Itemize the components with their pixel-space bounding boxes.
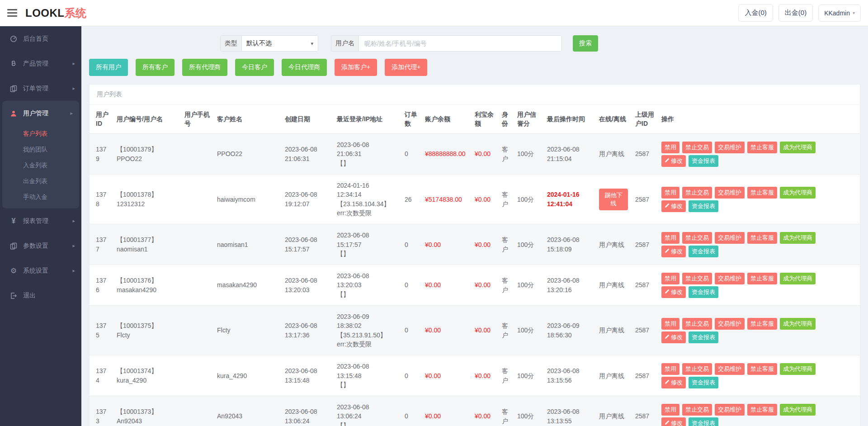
dashboard-icon (9, 35, 18, 43)
sidebar-subitem-withdraw-list[interactable]: 出金列表 (2, 173, 79, 189)
sidebar-item-users[interactable]: 用户管理▸ (2, 101, 79, 126)
forbid-trade-button[interactable]: 禁止交易 (682, 187, 712, 199)
pencil-icon (665, 157, 670, 164)
all-users-button[interactable]: 所有用户 (89, 59, 128, 76)
forbid-trade-button[interactable]: 禁止交易 (682, 318, 712, 330)
balance-cell: ¥0.00 (421, 355, 471, 396)
user-list-panel: 用户列表 用户ID用户编号/用户名用户手机号客户姓名创建日期最近登录/IP地址订… (89, 84, 860, 426)
make-agent-button[interactable]: 成为代理商 (780, 404, 816, 416)
forbid-trade-button[interactable]: 禁止交易 (682, 273, 712, 284)
today-customers-button[interactable]: 今日客户 (235, 59, 274, 76)
trade-maintenance-button[interactable]: 交易维护 (715, 142, 745, 153)
funds-report-button[interactable]: 资金报表 (689, 377, 718, 388)
disable-button[interactable]: 禁用 (661, 404, 679, 416)
balance-cell: ¥88888888.00 (421, 134, 471, 175)
online-status-cell: 踢他下线 (595, 175, 632, 224)
trade-maintenance-button[interactable]: 交易维护 (715, 404, 745, 416)
edit-button[interactable]: 修改 (661, 286, 686, 298)
chevron-down-icon: ▾ (853, 10, 855, 15)
withdraw-count-button[interactable]: 出金(0) (778, 4, 813, 22)
search-button[interactable]: 搜索 (573, 35, 598, 52)
forbid-service-button[interactable]: 禁止客服 (747, 142, 777, 153)
edit-button[interactable]: 修改 (661, 417, 686, 426)
edit-button[interactable]: 修改 (661, 377, 686, 388)
created-cell: 2023-06-0813:20:03 (281, 265, 333, 306)
sidebar-item-dashboard[interactable]: 后台首页 (0, 26, 81, 51)
sidebar-item-label: 产品管理 (23, 60, 48, 68)
sidebar-subitem-customer-list[interactable]: 客户列表 (2, 126, 79, 142)
sidebar-subitem-manual-deposit[interactable]: 手动入金 (2, 189, 79, 205)
column-header: 用户ID (90, 105, 113, 134)
identity-cell: 客户 (498, 396, 514, 426)
disable-button[interactable]: 禁用 (661, 232, 679, 244)
trade-maintenance-button[interactable]: 交易维护 (715, 187, 745, 199)
forbid-service-button[interactable]: 禁止客服 (747, 363, 777, 375)
trade-maintenance-button[interactable]: 交易维护 (715, 232, 745, 244)
forbid-service-button[interactable]: 禁止客服 (747, 232, 777, 244)
edit-button[interactable]: 修改 (661, 331, 686, 343)
sidebar-item-orders[interactable]: 订单管理▸ (0, 76, 81, 101)
account-dropdown[interactable]: KKadmin ▾ (818, 5, 861, 22)
actions-line-1: 禁用禁止交易交易维护禁止客服成为代理商 (661, 272, 856, 285)
sidebar-item-reports[interactable]: ¥报表管理▸ (0, 208, 81, 233)
actions-line-2: 修改资金报表 (661, 245, 856, 258)
edit-button[interactable]: 修改 (661, 155, 686, 167)
sidebar-item-products[interactable]: 产品管理▸ (0, 51, 81, 76)
forbid-service-button[interactable]: 禁止客服 (747, 318, 777, 330)
actions-line-2: 修改资金报表 (661, 154, 856, 168)
treasure-cell: ¥0.00 (471, 355, 498, 396)
make-agent-button[interactable]: 成为代理商 (780, 273, 816, 284)
disable-button[interactable]: 禁用 (661, 318, 679, 330)
sidebar-subitem-my-team[interactable]: 我的团队 (2, 142, 79, 157)
actions-cell: 禁用禁止交易交易维护禁止客服成为代理商修改资金报表 (658, 355, 860, 396)
type-select[interactable]: 默认不选 ▾ (242, 36, 318, 51)
user-code-cell: 【10001377】naomisan1 (113, 224, 181, 265)
created-cell: 2023-06-0819:12:07 (281, 175, 333, 224)
column-header: 账户余额 (421, 105, 471, 134)
add-customer-button[interactable]: 添加客户+ (335, 59, 377, 76)
disable-button[interactable]: 禁用 (661, 187, 679, 199)
forbid-trade-button[interactable]: 禁止交易 (682, 363, 712, 375)
all-agents-button[interactable]: 所有代理商 (182, 59, 227, 76)
username-input[interactable] (359, 36, 561, 51)
make-agent-button[interactable]: 成为代理商 (780, 232, 816, 244)
hamburger-menu-icon[interactable] (7, 7, 17, 19)
funds-report-button[interactable]: 资金报表 (689, 417, 718, 426)
forbid-trade-button[interactable]: 禁止交易 (682, 142, 712, 153)
funds-report-button[interactable]: 资金报表 (689, 155, 718, 167)
make-agent-button[interactable]: 成为代理商 (780, 142, 816, 153)
make-agent-button[interactable]: 成为代理商 (780, 363, 816, 375)
forbid-service-button[interactable]: 禁止客服 (747, 273, 777, 284)
trade-maintenance-button[interactable]: 交易维护 (715, 273, 745, 284)
parent-id-cell: 2587 (632, 306, 658, 355)
make-agent-button[interactable]: 成为代理商 (780, 187, 816, 199)
disable-button[interactable]: 禁用 (661, 363, 679, 375)
funds-report-button[interactable]: 资金报表 (689, 200, 718, 212)
forbid-trade-button[interactable]: 禁止交易 (682, 404, 712, 416)
pencil-icon (665, 248, 670, 255)
funds-report-button[interactable]: 资金报表 (689, 286, 718, 298)
edit-button[interactable]: 修改 (661, 200, 686, 212)
forbid-service-button[interactable]: 禁止客服 (747, 187, 777, 199)
sidebar-subitem-deposit-list[interactable]: 入金列表 (2, 157, 79, 173)
forbid-service-button[interactable]: 禁止客服 (747, 404, 777, 416)
sidebar-item-params[interactable]: 参数设置▸ (0, 233, 81, 258)
sidebar-item-system[interactable]: ⚙系统设置▸ (0, 258, 81, 283)
online-status-cell: 用户离线 (595, 134, 632, 175)
sidebar-item-label: 报表管理 (23, 217, 48, 225)
funds-report-button[interactable]: 资金报表 (689, 331, 718, 343)
today-agents-button[interactable]: 今日代理商 (282, 59, 327, 76)
edit-button[interactable]: 修改 (661, 246, 686, 257)
make-agent-button[interactable]: 成为代理商 (780, 318, 816, 330)
trade-maintenance-button[interactable]: 交易维护 (715, 363, 745, 375)
trade-maintenance-button[interactable]: 交易维护 (715, 318, 745, 330)
disable-button[interactable]: 禁用 (661, 142, 679, 153)
add-agent-button[interactable]: 添加代理+ (385, 59, 427, 76)
funds-report-button[interactable]: 资金报表 (689, 246, 718, 257)
all-customers-button[interactable]: 所有客户 (136, 59, 175, 76)
forbid-trade-button[interactable]: 禁止交易 (682, 232, 712, 244)
kick-offline-button[interactable]: 踢他下线 (599, 189, 628, 210)
deposit-count-button[interactable]: 入金(0) (738, 4, 773, 22)
sidebar-item-logout[interactable]: 退出 (0, 283, 81, 308)
disable-button[interactable]: 禁用 (661, 273, 679, 284)
